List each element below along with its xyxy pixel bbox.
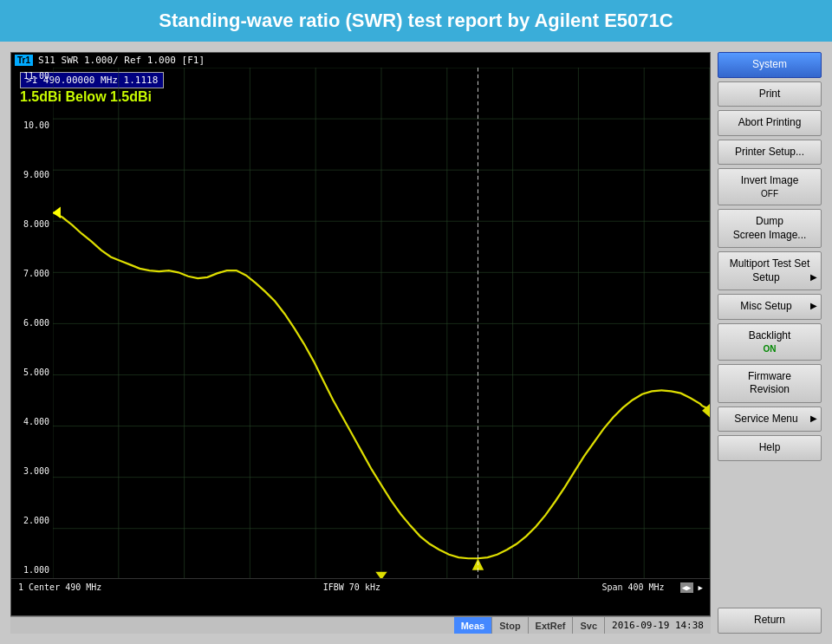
chart-grid: 11.00 10.00 9.000 8.000 7.000 6.000 5.00… xyxy=(11,68,710,578)
printer-setup-button[interactable]: Printer Setup... xyxy=(718,140,822,166)
invert-image-button[interactable]: Invert Image OFF xyxy=(718,168,822,205)
misc-setup-button[interactable]: Misc Setup ▶ xyxy=(718,294,822,320)
y-label-7: 7.000 xyxy=(11,269,53,278)
backlight-value: ON xyxy=(722,343,817,355)
multiport-label: Multiport Test SetSetup xyxy=(730,257,809,283)
y-label-6: 6.000 xyxy=(11,318,53,328)
spacer xyxy=(718,465,822,605)
dump-screen-label: DumpScreen Image... xyxy=(733,215,807,241)
status-svc: Svc xyxy=(573,617,605,634)
y-label-11: 11.00 xyxy=(11,71,53,81)
multiport-arrow: ▶ xyxy=(810,271,817,283)
misc-setup-arrow: ▶ xyxy=(810,300,817,311)
firmware-button[interactable]: FirmwareRevision xyxy=(718,364,822,403)
service-menu-arrow: ▶ xyxy=(810,413,817,424)
backlight-button[interactable]: Backlight ON xyxy=(718,323,822,361)
y-label-3: 3.000 xyxy=(11,466,53,476)
trace-label: Tr1 xyxy=(15,55,33,66)
system-button[interactable]: System xyxy=(718,52,822,78)
footer-right: Span 400 MHz ◀▶ ▶ xyxy=(601,582,703,592)
chart-container: Tr1 S11 SWR 1.000/ Ref 1.000 [F1] >1 490… xyxy=(10,52,711,616)
main-content: Tr1 S11 SWR 1.000/ Ref 1.000 [F1] >1 490… xyxy=(0,42,832,644)
help-button[interactable]: Help xyxy=(718,435,822,461)
dump-screen-button[interactable]: DumpScreen Image... xyxy=(718,209,822,248)
chart-svg xyxy=(53,68,710,578)
status-datetime: 2016-09-19 14:38 xyxy=(605,620,711,631)
y-label-8: 8.000 xyxy=(11,219,53,229)
chart-header: Tr1 S11 SWR 1.000/ Ref 1.000 [F1] xyxy=(11,53,710,68)
return-button[interactable]: Return xyxy=(718,608,822,634)
y-label-9: 9.000 xyxy=(11,170,53,179)
invert-image-value: OFF xyxy=(722,188,817,199)
firmware-label: FirmwareRevision xyxy=(748,370,791,396)
left-marker xyxy=(53,207,61,218)
service-menu-button[interactable]: Service Menu ▶ xyxy=(718,407,822,433)
status-bar: Meas Stop ExtRef Svc 2016-09-19 14:38 xyxy=(10,616,711,634)
y-label-5: 5.000 xyxy=(11,368,53,377)
footer-left: 1 Center 490 MHz xyxy=(18,582,101,592)
center-triangle xyxy=(375,572,387,578)
chart-footer: 1 Center 490 MHz IFBW 70 kHz Span 400 MH… xyxy=(11,578,710,595)
footer-icon1: ◀▶ xyxy=(680,582,693,593)
status-meas[interactable]: Meas xyxy=(454,617,493,634)
y-label-1: 1.000 xyxy=(11,565,53,575)
abort-printing-button[interactable]: Abort Printing xyxy=(718,110,822,136)
y-label-4: 4.000 xyxy=(11,417,53,426)
service-menu-label: Service Menu xyxy=(734,413,797,425)
title-bar: Standing-wave ratio (SWR) test report by… xyxy=(0,0,832,42)
chart-params: S11 SWR 1.000/ Ref 1.000 [F1] xyxy=(38,55,205,66)
status-stop[interactable]: Stop xyxy=(492,617,528,634)
backlight-label: Backlight xyxy=(749,329,791,342)
page-title: Standing-wave ratio (SWR) test report by… xyxy=(159,10,673,32)
print-button[interactable]: Print xyxy=(718,81,822,107)
status-extref: ExtRef xyxy=(529,617,574,634)
right-panel: System Print Abort Printing Printer Setu… xyxy=(718,52,822,634)
misc-setup-label: Misc Setup xyxy=(740,300,791,312)
y-label-2: 2.000 xyxy=(11,516,53,525)
footer-center: IFBW 70 kHz xyxy=(323,582,380,592)
invert-image-label: Invert Image xyxy=(741,174,799,186)
multiport-button[interactable]: Multiport Test SetSetup ▶ xyxy=(718,251,822,290)
footer-icon2: ▶ xyxy=(699,583,703,592)
y-axis: 11.00 10.00 9.000 8.000 7.000 6.000 5.00… xyxy=(11,68,53,578)
y-label-10: 10.00 xyxy=(11,120,53,130)
chart-wrapper: Tr1 S11 SWR 1.000/ Ref 1.000 [F1] >1 490… xyxy=(10,52,711,634)
